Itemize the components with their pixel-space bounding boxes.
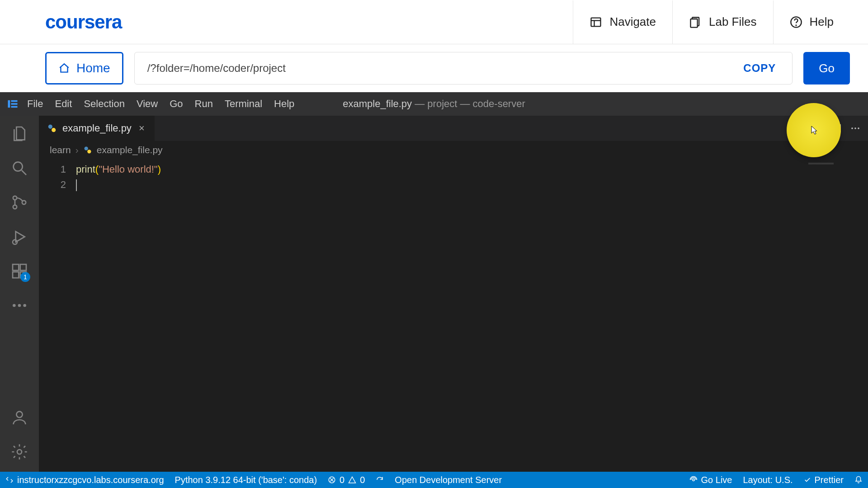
svg-rect-4 bbox=[691, 19, 698, 28]
svg-point-22 bbox=[18, 304, 21, 307]
account-icon[interactable] bbox=[10, 408, 28, 427]
labfiles-button[interactable]: Lab Files bbox=[672, 0, 773, 44]
chevron-right-icon: › bbox=[75, 145, 79, 155]
svg-point-26 bbox=[48, 125, 52, 129]
coursera-logo: coursera bbox=[45, 11, 122, 33]
menu-edit[interactable]: Edit bbox=[55, 98, 72, 110]
more-actions-icon[interactable] bbox=[849, 122, 862, 135]
menu-selection[interactable]: Selection bbox=[84, 98, 125, 110]
extensions-badge: 1 bbox=[20, 272, 30, 282]
files-icon bbox=[689, 16, 702, 28]
activity-bar: 1 bbox=[0, 116, 39, 472]
vscode-container: File Edit Selection View Go Run Terminal… bbox=[0, 92, 868, 488]
svg-rect-10 bbox=[11, 106, 18, 108]
svg-rect-9 bbox=[11, 103, 18, 105]
svg-point-14 bbox=[13, 205, 17, 209]
svg-rect-7 bbox=[8, 100, 10, 108]
breadcrumb-file[interactable]: example_file.py bbox=[97, 145, 163, 155]
tab-example-file[interactable]: example_file.py × bbox=[39, 116, 155, 141]
home-button[interactable]: Home bbox=[45, 52, 123, 84]
help-button[interactable]: Help bbox=[773, 0, 850, 44]
tab-close-icon[interactable]: × bbox=[137, 122, 146, 134]
svg-point-21 bbox=[13, 304, 16, 307]
status-python[interactable]: Python 3.9.12 64-bit ('base': conda) bbox=[175, 475, 317, 485]
home-label: Home bbox=[76, 61, 110, 75]
home-icon bbox=[58, 62, 70, 74]
status-problems[interactable]: 0 0 bbox=[328, 475, 365, 485]
breadcrumb[interactable]: learn › example_file.py bbox=[39, 141, 868, 159]
svg-point-23 bbox=[23, 304, 26, 307]
svg-point-27 bbox=[52, 128, 56, 132]
settings-icon[interactable] bbox=[10, 443, 28, 461]
status-go-live[interactable]: Go Live bbox=[689, 475, 732, 485]
svg-point-33 bbox=[84, 147, 88, 150]
pointer-cursor-icon bbox=[808, 125, 819, 136]
svg-rect-17 bbox=[13, 264, 19, 270]
more-icon[interactable] bbox=[10, 296, 28, 314]
address-row: Home /?folder=/home/coder/project COPY G… bbox=[0, 44, 868, 92]
search-icon[interactable] bbox=[10, 159, 28, 177]
svg-point-31 bbox=[854, 127, 856, 129]
tab-label: example_file.py bbox=[62, 122, 132, 134]
status-remote[interactable]: instructorxzzcgcvo.labs.coursera.org bbox=[5, 475, 164, 485]
menu-go[interactable]: Go bbox=[170, 98, 183, 110]
svg-rect-0 bbox=[591, 18, 601, 26]
menu-run[interactable]: Run bbox=[195, 98, 213, 110]
status-prettier[interactable]: Prettier bbox=[804, 475, 844, 485]
code-lines[interactable]: print("Hello world!") bbox=[76, 159, 868, 472]
annotation-highlight bbox=[787, 103, 841, 157]
menu-bar: File Edit Selection View Go Run Terminal… bbox=[27, 98, 294, 110]
status-bell-icon[interactable] bbox=[854, 476, 863, 484]
code-line-2[interactable] bbox=[76, 177, 868, 192]
copy-button[interactable]: COPY bbox=[740, 62, 779, 75]
source-control-icon[interactable] bbox=[10, 193, 28, 211]
svg-point-25 bbox=[17, 450, 22, 454]
svg-line-12 bbox=[22, 170, 26, 175]
navigate-label: Navigate bbox=[609, 15, 656, 29]
menu-help[interactable]: Help bbox=[274, 98, 294, 110]
map-icon bbox=[590, 16, 602, 28]
svg-point-30 bbox=[851, 127, 853, 129]
line-gutter: 1 2 bbox=[39, 159, 76, 472]
editor-tabs: example_file.py × bbox=[39, 116, 868, 141]
svg-point-15 bbox=[22, 201, 26, 204]
code-editor[interactable]: 1 2 print("Hello world!") bbox=[39, 159, 868, 472]
python-file-icon bbox=[47, 123, 57, 133]
extensions-icon[interactable]: 1 bbox=[10, 262, 28, 280]
labfiles-label: Lab Files bbox=[709, 15, 757, 29]
status-layout[interactable]: Layout: U.S. bbox=[743, 475, 793, 485]
app-menu-icon[interactable] bbox=[6, 98, 19, 110]
svg-point-34 bbox=[87, 150, 91, 153]
explorer-icon[interactable] bbox=[10, 125, 28, 143]
svg-rect-20 bbox=[20, 264, 26, 270]
svg-point-6 bbox=[796, 25, 796, 25]
svg-rect-18 bbox=[13, 272, 19, 278]
vscode-body: 1 exam bbox=[0, 116, 868, 472]
svg-point-13 bbox=[13, 196, 17, 200]
python-file-icon bbox=[83, 145, 92, 155]
window-title: example_file.py — project — code-server bbox=[343, 98, 525, 110]
url-bar[interactable]: /?folder=/home/coder/project COPY bbox=[134, 52, 793, 84]
breadcrumb-root[interactable]: learn bbox=[50, 145, 71, 155]
svg-point-24 bbox=[16, 412, 22, 418]
help-icon bbox=[790, 16, 802, 28]
status-reload-icon[interactable] bbox=[376, 476, 384, 484]
run-debug-icon[interactable] bbox=[10, 228, 28, 246]
menu-view[interactable]: View bbox=[137, 98, 158, 110]
go-button[interactable]: Go bbox=[803, 52, 850, 84]
svg-point-11 bbox=[14, 162, 23, 171]
editor-group: example_file.py × bbox=[39, 116, 868, 472]
text-cursor bbox=[76, 179, 77, 191]
status-open-dev-server[interactable]: Open Development Server bbox=[395, 475, 502, 485]
svg-rect-8 bbox=[11, 100, 18, 102]
navigate-button[interactable]: Navigate bbox=[573, 0, 672, 44]
status-bar: instructorxzzcgcvo.labs.coursera.org Pyt… bbox=[0, 472, 868, 488]
minimap[interactable] bbox=[805, 159, 868, 472]
coursera-header: coursera Navigate Lab Files Help bbox=[0, 0, 868, 44]
svg-point-32 bbox=[858, 127, 859, 129]
url-text: /?folder=/home/coder/project bbox=[147, 62, 286, 75]
menu-file[interactable]: File bbox=[27, 98, 43, 110]
help-label: Help bbox=[810, 15, 834, 29]
menu-terminal[interactable]: Terminal bbox=[225, 98, 262, 110]
code-line-1[interactable]: print("Hello world!") bbox=[76, 162, 868, 177]
